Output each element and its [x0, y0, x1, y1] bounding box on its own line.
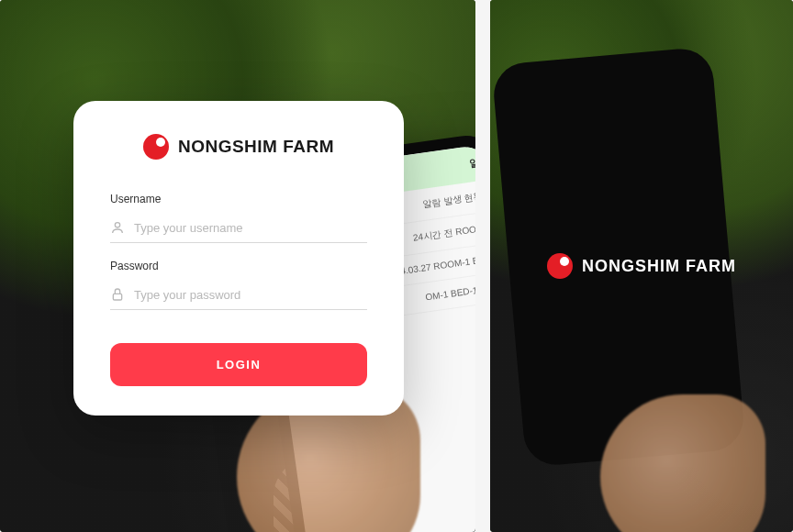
lock-icon — [110, 287, 125, 302]
brand-logo-row: NONGSHIM FARM — [547, 253, 736, 279]
username-label: Username — [110, 193, 367, 205]
login-panel: 알 알람 발생 현황 24시간 전 ROOM- 2024.03.27 ROOM-… — [0, 0, 475, 532]
brand-name: NONGSHIM FARM — [178, 137, 334, 157]
username-input-row — [110, 213, 367, 243]
svg-rect-1 — [113, 294, 121, 300]
brand-name: NONGSHIM FARM — [582, 257, 736, 276]
brand-logo-icon — [143, 134, 169, 160]
svg-point-0 — [115, 223, 119, 227]
brand-logo-icon — [547, 253, 573, 279]
username-input[interactable] — [134, 221, 367, 235]
brand-panel: NONGSHIM FARM — [490, 0, 793, 532]
username-group: Username — [110, 193, 367, 243]
brand-logo-row: NONGSHIM FARM — [110, 134, 367, 160]
password-input[interactable] — [134, 288, 367, 302]
password-input-row — [110, 280, 367, 310]
password-group: Password — [110, 260, 367, 310]
user-icon — [110, 220, 125, 235]
login-card: NONGSHIM FARM Username Password — [73, 101, 404, 416]
login-button[interactable]: LOGIN — [110, 343, 367, 386]
password-label: Password — [110, 260, 367, 272]
